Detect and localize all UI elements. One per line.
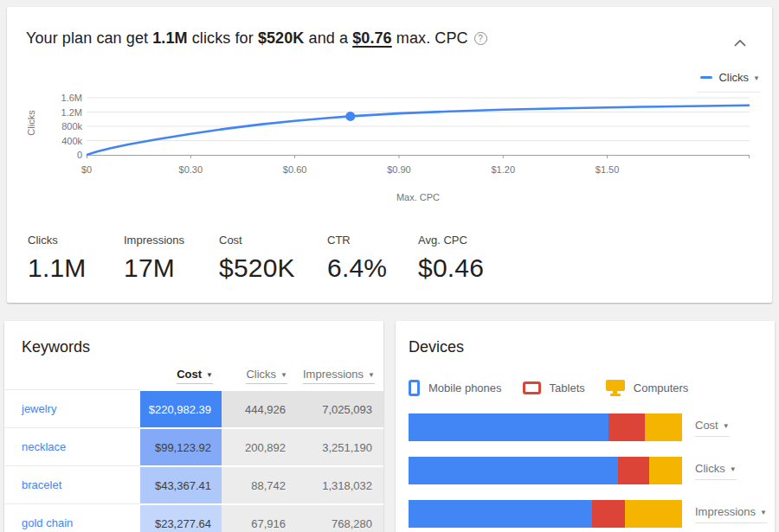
y-tick-label: 400k [61, 136, 82, 146]
x-tick-label: $0.90 [387, 164, 411, 175]
column-header-clicks: Clicks [222, 368, 296, 384]
keywords-table-header: Cost Clicks Impressions [4, 368, 383, 389]
device-metric-dropdown-cost[interactable]: Cost [695, 419, 730, 437]
plot-svg-holder [87, 93, 750, 166]
legend-computers: Computers [606, 380, 689, 396]
column-header-impressions: Impressions [296, 368, 383, 384]
tablet-icon [523, 381, 541, 394]
keyword-link[interactable]: necklace [22, 440, 66, 453]
bar-segment-mobile-phones [409, 457, 618, 484]
stat-impressions: Impressions 17M [124, 234, 219, 283]
forecast-card: Your plan can get 1.1M clicks for $520K … [7, 7, 772, 303]
max-cpc-value[interactable]: $0.76 [352, 29, 392, 47]
clicks-cell: 67,916 [222, 503, 296, 532]
x-tick-label: $0 [81, 164, 92, 175]
table-row: gold chain$23,277.6467,916768,280 [4, 503, 383, 532]
stat-cost: Cost $520K [219, 234, 327, 283]
bottom-cards-row: Keywords Cost Clicks Impressions jewelry… [4, 321, 775, 532]
forecast-summary-title: Your plan can get 1.1M clicks for $520K … [26, 29, 720, 48]
x-tick-label: $1.20 [491, 164, 515, 175]
collapse-chevron-up-icon[interactable] [731, 33, 750, 52]
sort-clicks-button[interactable]: Clicks [246, 368, 287, 384]
help-icon[interactable] [474, 32, 487, 45]
table-row: necklace$99,123.92200,8923,251,190 [4, 427, 383, 465]
device-bar-row: Cost [409, 413, 775, 441]
clicks-cell: 200,892 [222, 427, 296, 465]
plan-point-marker [345, 112, 355, 121]
clicks-series-swatch-icon [700, 76, 712, 79]
cost-cell: $220,982.39 [140, 389, 222, 427]
forecast-stats-row: Clicks 1.1M Impressions 17M Cost $520K C… [28, 234, 484, 283]
keyword-link[interactable]: gold chain [22, 516, 73, 529]
keyword-link[interactable]: bracelet [22, 478, 61, 491]
keyword-link[interactable]: jewelry [22, 402, 56, 415]
keywords-card-title: Keywords [22, 338, 383, 356]
device-bar-row: Impressions [409, 500, 775, 528]
bar-segment-tablets [618, 457, 649, 484]
clicks-cell: 88,742 [222, 465, 296, 503]
device-metric-dropdown-clicks[interactable]: Clicks [695, 462, 737, 480]
cost-value: $520K [258, 29, 305, 47]
y-axis-title: Clicks [26, 106, 36, 140]
impressions-cell: 1,318,032 [296, 465, 383, 503]
stat-clicks: Clicks 1.1M [28, 234, 124, 283]
bar-segment-tablets [592, 500, 625, 528]
column-header-cost: Cost [140, 368, 222, 384]
clicks-cell: 444,926 [222, 389, 296, 427]
chart-metric-dropdown[interactable]: Clicks [697, 71, 760, 93]
x-axis-title: Max. CPC [87, 192, 750, 202]
clicks-value: 1.1M [152, 29, 187, 47]
x-tick-label: $0.60 [283, 164, 307, 175]
stat-avg-cpc: Avg. CPC $0.46 [418, 234, 484, 283]
stacked-bar-cost [409, 413, 682, 441]
sort-impressions-button[interactable]: Impressions [303, 368, 375, 384]
computer-icon [606, 380, 625, 396]
devices-card-title: Devices [409, 338, 775, 356]
device-bar-row: Clicks [409, 457, 775, 484]
bar-segment-mobile-phones [409, 413, 608, 441]
x-tick-label: $1.50 [596, 164, 620, 175]
bar-segment-mobile-phones [409, 500, 592, 528]
stacked-bar-clicks [409, 457, 682, 484]
keywords-card: Keywords Cost Clicks Impressions jewelry… [4, 321, 383, 532]
forecast-line-svg [87, 93, 750, 163]
title-text: Your plan can get [26, 29, 152, 47]
bar-segment-computers [645, 413, 682, 441]
stacked-bar-impressions [409, 500, 682, 528]
cost-cell: $23,277.64 [140, 503, 222, 532]
y-tick-label: 1.2M [61, 107, 82, 118]
y-tick-label: 800k [61, 121, 82, 131]
devices-card: Devices Mobile phones Tablets Computers … [396, 321, 775, 532]
impressions-cell: 7,025,093 [296, 389, 383, 427]
impressions-cell: 3,251,190 [296, 427, 383, 465]
stat-ctr: CTR 6.4% [327, 234, 418, 283]
keyword-plan-forecast-page: { "page": { "background": "#f1f1f1" }, "… [0, 0, 779, 532]
devices-bars: CostClicksImpressions [409, 413, 775, 528]
cost-cell: $43,367.41 [140, 465, 222, 503]
x-tick-label: $0.30 [179, 164, 203, 175]
y-axis-labels: 0400k800k1.2M1.6M [42, 93, 82, 163]
forecast-plot: $0$0.30$0.60$0.90$1.20$1.50 Max. CPC [87, 93, 750, 202]
table-row: jewelry$220,982.39444,9267,025,093 [4, 389, 383, 427]
keywords-rows: jewelry$220,982.39444,9267,025,093neckla… [4, 389, 383, 532]
sort-cost-button[interactable]: Cost [177, 368, 213, 384]
impressions-cell: 768,280 [296, 503, 383, 532]
keyword-cell: necklace [4, 427, 140, 465]
bar-segment-tablets [608, 413, 646, 441]
bar-segment-computers [649, 457, 682, 484]
cost-cell: $99,123.92 [140, 427, 222, 465]
devices-legend: Mobile phones Tablets Computers [409, 380, 775, 396]
keyword-cell: jewelry [4, 389, 140, 427]
y-tick-label: 1.6M [61, 93, 82, 103]
device-metric-dropdown-impressions[interactable]: Impressions [695, 505, 767, 523]
chart-metric-label: Clicks [718, 71, 760, 84]
legend-tablets: Tablets [523, 381, 585, 394]
mobile-phone-icon [409, 380, 420, 396]
table-row: bracelet$43,367.4188,7421,318,032 [4, 465, 383, 503]
keyword-cell: gold chain [4, 503, 140, 532]
bar-segment-computers [625, 500, 682, 528]
y-tick-label: 0 [77, 150, 82, 160]
keyword-cell: bracelet [4, 465, 140, 503]
legend-mobile-phones: Mobile phones [409, 380, 502, 396]
